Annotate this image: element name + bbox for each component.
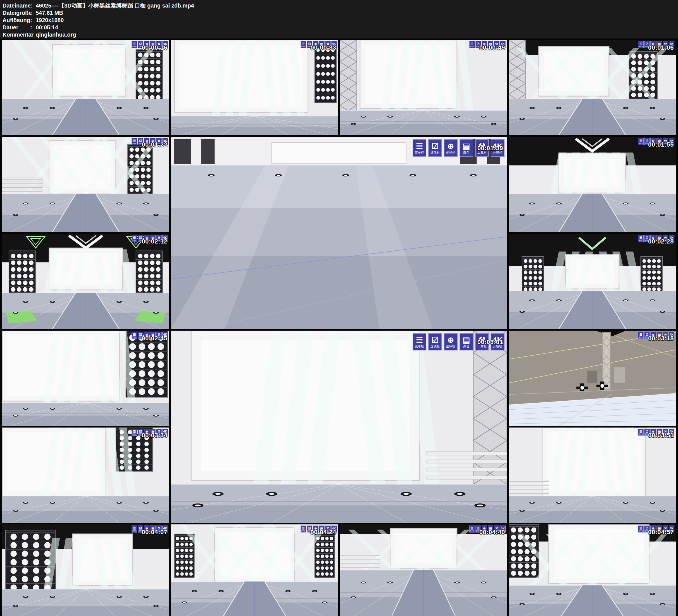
menu-bar-icon: ☰ 菜单栏: [638, 138, 644, 145]
menu-bar-icon: ☰ 菜单栏: [638, 235, 644, 242]
meta-label: Auflösung: [2, 16, 30, 24]
menu-bar-icon: ☰ 菜单栏: [131, 332, 137, 339]
meta-label: Dateiname: [2, 2, 30, 9]
stage-scene-image: [509, 234, 676, 329]
video-thumbnail-tile-9: ☰ 菜单栏 ☑ 选项栏 ⊕ 坐标栏 ▤ 颜色 ⚒ 工具栏 4K 分镜栏 00:0…: [509, 234, 676, 329]
meta-colon: :: [30, 2, 36, 9]
frame-timestamp: 00:04:40: [479, 529, 505, 536]
stage-scene-image: [509, 427, 676, 523]
frame-timestamp: 00:04:07: [142, 529, 167, 536]
video-thumbnail-tile-3: ☰ 菜单栏 ☑ 选项栏 ⊕ 坐标栏 ▤ 颜色 ⚒ 工具栏 4K 分镜栏 00:0…: [340, 40, 507, 135]
video-thumbnail-tile-15: ☰ 菜单栏 ☑ 选项栏 ⊕ 坐标栏 ▤ 颜色 ⚒ 工具栏 4K 分镜栏 00:0…: [2, 525, 169, 616]
options-bar-icon: ☑ 选项栏: [428, 139, 442, 157]
video-thumbnail-tile-14: ☰ 菜单栏 ☑ 选项栏 ⊕ 坐标栏 ▤ 颜色 ⚒ 工具栏 4K 分镜栏 00:0…: [509, 427, 676, 523]
menu-bar-icon: ☰ 菜单栏: [638, 526, 644, 533]
meta-value: 1920x1080: [36, 16, 64, 24]
meta-value: 00:05:14: [36, 24, 58, 31]
frame-timestamp: 00:02:12: [142, 238, 167, 245]
frame-timestamp: 00:00:49: [479, 44, 505, 51]
video-thumbnail-tile-12: ☰ 菜单栏 ☑ 选项栏 ⊕ 坐标栏 ▤ 颜色 ⚒ 工具栏 4K 分镜栏 00:0…: [509, 331, 676, 426]
stage-scene-image: [2, 427, 169, 523]
color-icon: ▤ 颜色: [459, 139, 473, 157]
meta-row: Dateiname : 46025----【3D动画】小舞黑丝紧缚舞蹈 口枷 g…: [2, 2, 678, 9]
meta-colon: :: [30, 24, 36, 31]
menu-bar-icon: ☰ 菜单栏: [131, 526, 137, 533]
meta-value: 46025----【3D动画】小舞黑丝紧缚舞蹈 口枷 gang sai zdb.…: [36, 2, 194, 9]
stage-scene-image: [340, 40, 507, 135]
meta-label: Dauer: [2, 24, 30, 31]
video-thumbnail-tile-10: ☰ 菜单栏 ☑ 选项栏 ⊕ 坐标栏 ▤ 颜色 ⚒ 工具栏 4K 分镜栏 00:0…: [2, 331, 169, 426]
meta-colon: :: [30, 31, 36, 38]
frame-timestamp: 00:01:39: [478, 145, 503, 152]
frame-timestamp: 00:03:18: [648, 335, 674, 342]
coordinates-bar-icon: ⊕ 坐标栏: [444, 139, 458, 157]
meta-value: 547.61 MB: [36, 9, 63, 16]
menu-bar-icon: ☰ 菜单栏: [638, 429, 644, 436]
frame-timestamp: 00:00:16: [142, 44, 167, 51]
stage-scene-image: [171, 525, 338, 616]
menu-bar-icon: ☰ 菜单栏: [131, 138, 137, 145]
menu-bar-icon: ☰ 菜单栏: [469, 526, 475, 533]
video-thumbnail-tile-4: ☰ 菜单栏 ☑ 选项栏 ⊕ 坐标栏 ▤ 颜色 ⚒ 工具栏 4K 分镜栏 00:0…: [509, 40, 676, 135]
menu-bar-icon: ☰ 菜单栏: [413, 333, 426, 350]
frame-timestamp: 00:02:28: [648, 238, 674, 245]
menu-bar-icon: ☰ 菜单栏: [413, 139, 426, 157]
stage-scene-image: [509, 137, 676, 232]
video-thumbnail-tile-16: ☰ 菜单栏 ☑ 选项栏 ⊕ 坐标栏 ▤ 颜色 ⚒ 工具栏 4K 分镜栏 00:0…: [171, 525, 338, 616]
color-icon: ▤ 颜色: [459, 333, 473, 350]
menu-bar-icon: ☰ 菜单栏: [301, 526, 306, 533]
stage-scene-image: [340, 525, 507, 616]
meta-row: Dateigröße : 547.61 MB: [2, 9, 678, 16]
menu-bar-icon: ☰ 菜单栏: [301, 41, 306, 48]
meta-row: Dauer : 00:05:14: [2, 24, 678, 31]
meta-colon: :: [30, 16, 36, 24]
stage-scene-image: [509, 525, 676, 616]
video-thumbnail-tile-2: ☰ 菜单栏 ☑ 选项栏 ⊕ 坐标栏 ▤ 颜色 ⚒ 工具栏 4K 分镜栏 00:0…: [171, 40, 338, 135]
stage-scene-image: [509, 40, 676, 135]
video-thumbnail-tile-6: ☰ 菜单栏 ☑ 选项栏 ⊕ 坐标栏 ▤ 颜色 ⚒ 工具栏 4K 分镜栏 00:0…: [171, 137, 507, 329]
stage-scene-image: [509, 331, 676, 426]
stage-scene-image: [2, 331, 169, 426]
meta-row: Auflösung : 1920x1080: [2, 16, 678, 24]
video-thumbnail-tile-18: ☰ 菜单栏 ☑ 选项栏 ⊕ 坐标栏 ▤ 颜色 ⚒ 工具栏 4K 分镜栏 00:0…: [509, 525, 676, 616]
stage-scene-image: [2, 40, 169, 135]
frame-timestamp: 00:00:33: [310, 44, 336, 51]
frame-timestamp: 00:03:51: [648, 432, 674, 439]
file-metadata-header: Dateiname : 46025----【3D动画】小舞黑丝紧缚舞蹈 口枷 g…: [0, 0, 678, 39]
frame-timestamp: 00:01:06: [648, 44, 674, 51]
stage-scene-image: [171, 137, 507, 329]
stage-scene-image: [2, 137, 169, 232]
thumbnail-grid: ☰ 菜单栏 ☑ 选项栏 ⊕ 坐标栏 ▤ 颜色 ⚒ 工具栏 4K 分镜栏 00:0…: [2, 40, 676, 616]
stage-scene-image: [171, 331, 507, 523]
frame-timestamp: 00:01:55: [648, 141, 674, 148]
menu-bar-icon: ☰ 菜单栏: [638, 41, 644, 48]
meta-label: Dateigröße: [2, 9, 30, 16]
stage-scene-image: [2, 525, 169, 616]
meta-label: Kommentar: [2, 31, 30, 38]
video-thumbnail-tile-17: ☰ 菜单栏 ☑ 选项栏 ⊕ 坐标栏 ▤ 颜色 ⚒ 工具栏 4K 分镜栏 00:0…: [340, 525, 507, 616]
meta-colon: :: [30, 9, 36, 16]
frame-timestamp: 00:01:22: [142, 141, 167, 148]
options-bar-icon: ☑ 选项栏: [428, 333, 442, 350]
menu-bar-icon: ☰ 菜单栏: [131, 235, 137, 242]
frame-timestamp: 00:03:01: [478, 339, 503, 346]
video-thumbnail-tile-11: ☰ 菜单栏 ☑ 选项栏 ⊕ 坐标栏 ▤ 颜色 ⚒ 工具栏 4K 分镜栏 00:0…: [171, 331, 507, 523]
meta-row: Kommentar : qinglanhua.org: [2, 31, 678, 38]
frame-timestamp: 00:04:24: [310, 529, 336, 536]
menu-bar-icon: ☰ 菜单栏: [469, 41, 475, 48]
meta-value: qinglanhua.org: [36, 31, 76, 38]
video-thumbnail-tile-7: ☰ 菜单栏 ☑ 选项栏 ⊕ 坐标栏 ▤ 颜色 ⚒ 工具栏 4K 分镜栏 00:0…: [509, 137, 676, 232]
coordinates-bar-icon: ⊕ 坐标栏: [444, 333, 458, 350]
frame-timestamp: 00:03:34: [142, 432, 167, 439]
menu-bar-icon: ☰ 菜单栏: [131, 41, 137, 48]
stage-scene-image: [2, 234, 169, 329]
menu-bar-icon: ☰ 菜单栏: [131, 429, 137, 436]
menu-bar-icon: ☰ 菜单栏: [638, 332, 644, 339]
video-thumbnail-tile-1: ☰ 菜单栏 ☑ 选项栏 ⊕ 坐标栏 ▤ 颜色 ⚒ 工具栏 4K 分镜栏 00:0…: [2, 40, 169, 135]
video-thumbnail-tile-13: ☰ 菜单栏 ☑ 选项栏 ⊕ 坐标栏 ▤ 颜色 ⚒ 工具栏 4K 分镜栏 00:0…: [2, 427, 169, 523]
frame-timestamp: 00:04:57: [648, 529, 674, 536]
stage-scene-image: [171, 40, 338, 135]
video-thumbnail-tile-5: ☰ 菜单栏 ☑ 选项栏 ⊕ 坐标栏 ▤ 颜色 ⚒ 工具栏 4K 分镜栏 00:0…: [2, 137, 169, 232]
frame-timestamp: 00:02:45: [142, 335, 167, 342]
video-thumbnail-tile-8: ☰ 菜单栏 ☑ 选项栏 ⊕ 坐标栏 ▤ 颜色 ⚒ 工具栏 4K 分镜栏 00:0…: [2, 234, 169, 329]
